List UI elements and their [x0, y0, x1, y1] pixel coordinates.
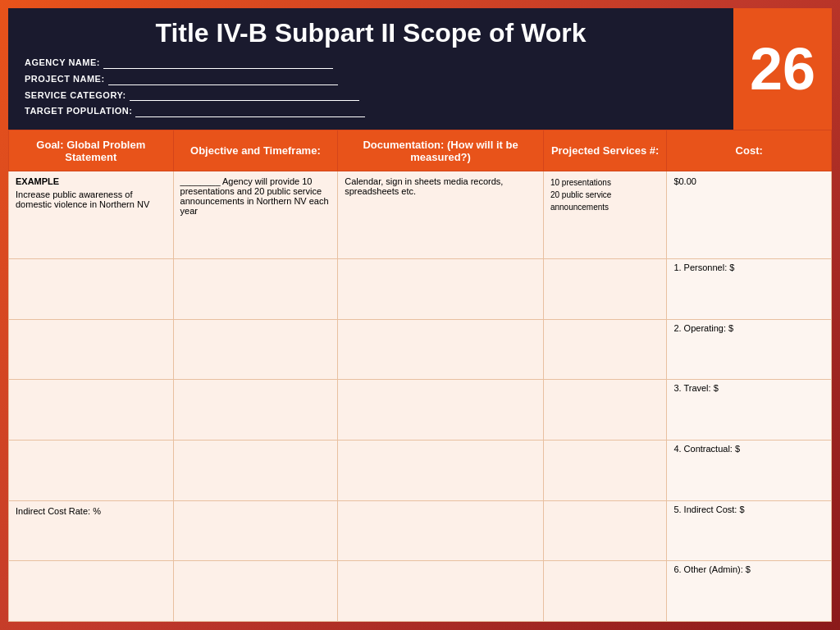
- table-container: Goal: Global Problem Statement Objective…: [8, 130, 832, 622]
- example-row: EXAMPLE Increase public awareness of dom…: [9, 171, 832, 259]
- travel-goal-cell: [9, 380, 174, 441]
- indirect-obj-cell: [173, 500, 338, 561]
- field-project: PROJECT NAME:: [25, 71, 717, 88]
- operating-obj-cell: [173, 319, 338, 380]
- header-area: Title IV-B Subpart II Scope of Work AGEN…: [8, 8, 832, 130]
- example-objective-cell: ________ Agency will provide 10 presenta…: [173, 171, 338, 259]
- header-fields: AGENCY NAME: PROJECT NAME: SERVICE CATEG…: [25, 55, 717, 120]
- project-label: PROJECT NAME:: [25, 71, 105, 88]
- row-indirect: Indirect Cost Rate: % 5. Indirect Cost: …: [9, 500, 832, 561]
- travel-obj-cell: [173, 380, 338, 441]
- contractual-doc-cell: [338, 441, 544, 501]
- travel-doc-cell: [338, 380, 544, 441]
- row-other: 6. Other (Admin): $: [9, 561, 832, 622]
- header-left: Title IV-B Subpart II Scope of Work AGEN…: [8, 8, 733, 130]
- agency-label: AGENCY NAME:: [25, 55, 100, 71]
- scope-table: Goal: Global Problem Statement Objective…: [8, 130, 832, 622]
- service-label: SERVICE CATEGORY:: [25, 88, 126, 104]
- example-label: EXAMPLE: [16, 176, 167, 186]
- contractual-cost-cell: 4. Contractual: $: [667, 441, 832, 501]
- other-obj-cell: [173, 561, 338, 622]
- operating-doc-cell: [338, 319, 544, 380]
- other-doc-cell: [338, 561, 544, 622]
- row-operating: 2. Operating: $: [9, 319, 832, 380]
- col-header-objective: Objective and Timeframe:: [173, 130, 338, 171]
- personnel-proj-cell: [543, 259, 666, 320]
- operating-cost-cell: 2. Operating: $: [667, 319, 832, 380]
- other-goal-cell: [9, 561, 174, 622]
- field-service: SERVICE CATEGORY:: [25, 88, 717, 104]
- col-header-documentation: Documentation: (How will it be measured?…: [338, 130, 544, 171]
- page-wrapper: Title IV-B Subpart II Scope of Work AGEN…: [0, 0, 840, 630]
- row-travel: 3. Travel: $: [9, 380, 832, 441]
- field-target: TARGET POPULATION:: [25, 103, 717, 120]
- indirect-cost-cell: 5. Indirect Cost: $: [667, 500, 832, 561]
- personnel-doc-cell: [338, 259, 544, 320]
- target-underline: [135, 106, 365, 117]
- example-goal-cell: EXAMPLE Increase public awareness of dom…: [9, 171, 174, 259]
- table-header-row: Goal: Global Problem Statement Objective…: [9, 130, 832, 171]
- personnel-goal-cell: [9, 259, 174, 320]
- operating-proj-cell: [543, 319, 666, 380]
- page-title: Title IV-B Subpart II Scope of Work: [25, 18, 717, 48]
- service-underline: [130, 89, 359, 101]
- indirect-proj-cell: [543, 500, 666, 561]
- project-underline: [108, 74, 338, 85]
- travel-proj-cell: [543, 380, 666, 441]
- personnel-obj-cell: [173, 259, 338, 320]
- example-goal-text: Increase public awareness of domestic vi…: [16, 189, 167, 209]
- operating-goal-cell: [9, 319, 174, 380]
- agency-underline: [103, 57, 333, 69]
- other-proj-cell: [543, 561, 666, 622]
- projected-line1: 10 presentations: [550, 178, 611, 187]
- other-cost-cell: 6. Other (Admin): $: [667, 561, 832, 622]
- main-content: Title IV-B Subpart II Scope of Work AGEN…: [8, 8, 832, 622]
- col-header-goal: Goal: Global Problem Statement: [9, 130, 174, 171]
- example-documentation-text: Calendar, sign in sheets media records, …: [345, 176, 536, 196]
- contractual-proj-cell: [543, 441, 666, 501]
- page-number: 26: [733, 8, 832, 130]
- row-contractual: 4. Contractual: $: [9, 441, 832, 501]
- indirect-goal-cell: Indirect Cost Rate: %: [9, 500, 174, 561]
- indirect-doc-cell: [338, 500, 544, 561]
- projected-line2: 20 public service: [550, 190, 611, 199]
- projected-line3: announcements: [550, 203, 609, 212]
- example-documentation-cell: Calendar, sign in sheets media records, …: [338, 171, 544, 259]
- target-label: TARGET POPULATION:: [25, 103, 132, 120]
- travel-cost-cell: 3. Travel: $: [667, 380, 832, 441]
- col-header-projected: Projected Services #:: [543, 130, 666, 171]
- row-personnel: 1. Personnel: $: [9, 259, 832, 320]
- personnel-cost-cell: 1. Personnel: $: [667, 259, 832, 320]
- field-agency: AGENCY NAME:: [25, 55, 717, 71]
- example-projected-cell: 10 presentations 20 public service annou…: [543, 171, 666, 259]
- indirect-rate-label: Indirect Cost Rate: %: [16, 506, 101, 516]
- example-objective-text: ________ Agency will provide 10 presenta…: [180, 176, 331, 216]
- example-cost-cell: $0.00: [667, 171, 832, 259]
- col-header-cost: Cost:: [667, 130, 832, 171]
- projected-services: 10 presentations 20 public service annou…: [550, 176, 660, 213]
- contractual-goal-cell: [9, 441, 174, 501]
- contractual-obj-cell: [173, 441, 338, 501]
- example-cost-amount: $0.00: [673, 176, 824, 186]
